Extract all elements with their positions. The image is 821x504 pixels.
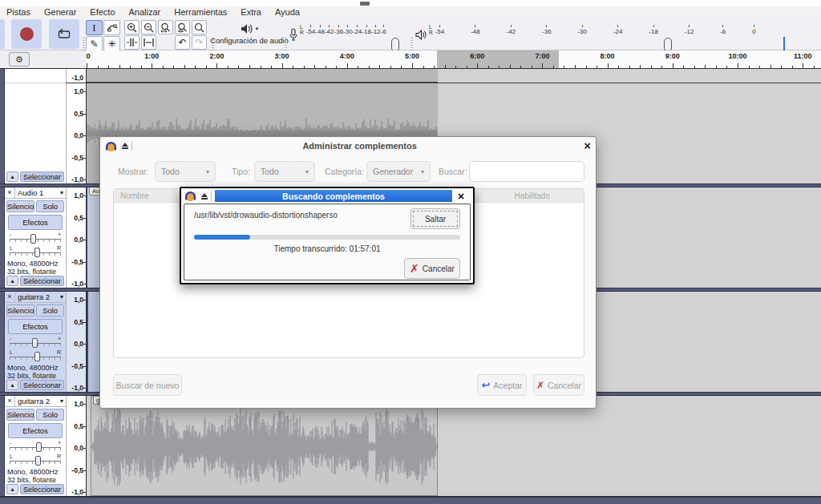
track4-vertical-scale[interactable]: 1,00,50,0-0,5-1,0 — [66, 396, 87, 496]
track3-collapse-button[interactable]: ▲ — [6, 380, 18, 390]
undo-button[interactable]: ↶ — [175, 35, 190, 50]
track1-select-button[interactable]: Seleccionar — [20, 171, 64, 182]
track4-select-button[interactable]: Seleccionar — [20, 484, 64, 494]
track1-panel[interactable]: ▲ Seleccionar — [5, 83, 66, 183]
track2-close-button[interactable]: × — [5, 187, 15, 198]
track4-gain-slider[interactable]: - + — [10, 440, 61, 452]
track2-mute-button[interactable]: Silencio — [6, 200, 34, 212]
track3-gain-slider[interactable]: - + — [10, 336, 61, 348]
zoom-out-button[interactable] — [141, 20, 156, 34]
track3-menu-caret-icon[interactable]: ▾ — [60, 293, 66, 300]
timeline-options-button[interactable]: ⚙ — [9, 52, 30, 67]
recording-meter[interactable]: LR -54-48-42-36-30-24-18-12-6 — [289, 20, 401, 49]
progress-dialog-close-button[interactable]: × — [452, 190, 470, 203]
track3-vertical-scale[interactable]: 1,00,50,0-0,5-1,0 — [66, 292, 87, 392]
menu-extra[interactable]: Extra — [241, 7, 261, 17]
track4-wave-row[interactable]: gu — [87, 396, 821, 496]
track3-close-button[interactable]: × — [5, 292, 15, 302]
menu-efecto[interactable]: Efecto — [90, 7, 115, 17]
record-button[interactable] — [11, 19, 42, 49]
track4-name[interactable]: guitarra 2 — [15, 397, 60, 405]
track2-panel[interactable]: × Audio 1 ▾ Silencio Solo Efectos - + L … — [5, 187, 66, 288]
plugin-search-input[interactable] — [469, 161, 584, 182]
track4-format-line2: 32 bits, flotante — [5, 476, 66, 484]
track4-mute-button[interactable]: Silencio — [6, 409, 34, 421]
track3-mute-button[interactable]: Silencio — [6, 304, 34, 317]
timeline-ruler[interactable]: 01:002:003:004:005:006:007:008:009:0010:… — [87, 50, 821, 68]
track4-header[interactable]: × guitarra 2 ▾ — [5, 396, 66, 407]
track2-collapse-button[interactable]: ▲ — [6, 276, 18, 286]
rescan-button[interactable]: Buscar de nuevo — [113, 374, 182, 396]
track3-header[interactable]: × guitarra 2 ▾ — [5, 292, 66, 303]
audio-setup-button[interactable]: ▾ Configuración de audio — [216, 19, 282, 49]
type-filter-dropdown[interactable]: Todo ▾ — [254, 161, 315, 182]
track2-gain-slider[interactable]: - + — [10, 232, 61, 244]
menu-generar[interactable]: Generar — [44, 7, 76, 17]
track3-solo-button[interactable]: Solo — [36, 304, 64, 317]
track4-panel[interactable]: × guitarra 2 ▾ Silencio Solo Efectos - +… — [5, 396, 66, 496]
track2-pan-thumb[interactable] — [34, 248, 40, 257]
track3-name[interactable]: guitarra 2 — [15, 292, 60, 301]
manage-dialog-titlebar[interactable]: Administrar complementos × — [100, 137, 596, 155]
menu-herramientas[interactable]: Herramientas — [174, 7, 227, 17]
track2-solo-button[interactable]: Solo — [36, 200, 64, 212]
zoom-selection-button[interactable] — [158, 20, 173, 34]
track3-effects-button[interactable]: Efectos — [8, 319, 63, 334]
ruler-tick — [759, 66, 760, 68]
multi-tool-button[interactable]: ✳ — [103, 36, 120, 51]
menu-ayuda[interactable]: Ayuda — [275, 7, 300, 17]
redo-button[interactable]: ↷ — [192, 35, 207, 50]
track2-name[interactable]: Audio 1 — [15, 188, 60, 197]
track4-effects-button[interactable]: Efectos — [8, 423, 63, 438]
track3-gain-thumb[interactable] — [32, 338, 38, 348]
track1-vertical-scale[interactable]: 1,00,50,0-0,5-1,0 — [66, 83, 87, 183]
track-partial-wave-row[interactable] — [87, 69, 821, 83]
track4-pan-slider[interactable]: L R — [10, 454, 61, 466]
name-column-header[interactable]: Nombre — [120, 192, 149, 200]
track3-panel[interactable]: × guitarra 2 ▾ Silencio Solo Efectos - +… — [5, 292, 66, 392]
loop-button[interactable] — [49, 19, 79, 49]
track3-pan-slider[interactable]: L R — [10, 349, 61, 361]
ruler-tick — [477, 63, 478, 68]
audio-clip[interactable] — [87, 69, 438, 83]
track4-gain-thumb[interactable] — [36, 442, 42, 452]
skip-button[interactable]: Saltar — [410, 208, 460, 229]
track4-close-button[interactable]: × — [5, 396, 15, 406]
trim-outside-selection-button[interactable] — [124, 35, 140, 50]
playback-meter[interactable]: LR -54-48-42-36-30-24-18-12-60 — [415, 20, 792, 49]
zoom-fit-button[interactable] — [175, 20, 190, 34]
ok-button[interactable]: ↩ Aceptar — [477, 374, 527, 396]
track4-menu-caret-icon[interactable]: ▾ — [60, 397, 66, 405]
track4-clip[interactable]: gu — [91, 396, 438, 496]
track3-pan-thumb[interactable] — [34, 352, 40, 361]
track2-vertical-scale[interactable]: 1,00,50,0-0,5-1,0 — [66, 187, 87, 288]
selection-tool-button[interactable]: I — [86, 20, 103, 35]
track3-select-button[interactable]: Seleccionar — [20, 380, 64, 390]
draw-tool-button[interactable]: ✎ — [86, 36, 103, 51]
cancel-button[interactable]: ✗ Cancelar — [533, 374, 584, 396]
track2-gain-thumb[interactable] — [30, 234, 36, 244]
track2-menu-caret-icon[interactable]: ▾ — [60, 189, 66, 196]
transport-hidden-button[interactable] — [0, 19, 5, 49]
progress-dialog-titlebar[interactable]: Buscando complementos × — [181, 188, 473, 204]
silence-selection-button[interactable] — [141, 35, 156, 50]
track2-effects-button[interactable]: Efectos — [8, 215, 63, 230]
track2-pan-slider[interactable]: L R — [10, 245, 61, 257]
envelope-tool-button[interactable] — [103, 20, 120, 35]
track2-select-button[interactable]: Seleccionar — [20, 276, 64, 286]
track-partial-scale[interactable]: -1,0 — [66, 69, 87, 83]
track4-pan-thumb[interactable] — [35, 456, 41, 466]
menu-pistas[interactable]: Pistas — [6, 7, 30, 17]
track4-solo-button[interactable]: Solo — [36, 409, 64, 421]
track1-collapse-button[interactable]: ▲ — [6, 171, 18, 182]
menu-analizar[interactable]: Analizar — [129, 7, 161, 17]
zoom-in-button[interactable] — [124, 20, 140, 34]
manage-dialog-close-button[interactable]: × — [584, 140, 591, 151]
zoom-toggle-button[interactable] — [192, 20, 207, 34]
category-filter-dropdown[interactable]: Generador ▾ — [366, 161, 431, 182]
progress-cancel-button[interactable]: ✗ Cancelar — [404, 258, 460, 279]
track4-collapse-button[interactable]: ▲ — [6, 484, 18, 494]
track2-header[interactable]: × Audio 1 ▾ — [5, 187, 66, 199]
enabled-column-header[interactable]: Habilitado — [515, 192, 550, 200]
show-filter-dropdown[interactable]: Todo ▾ — [155, 161, 216, 182]
